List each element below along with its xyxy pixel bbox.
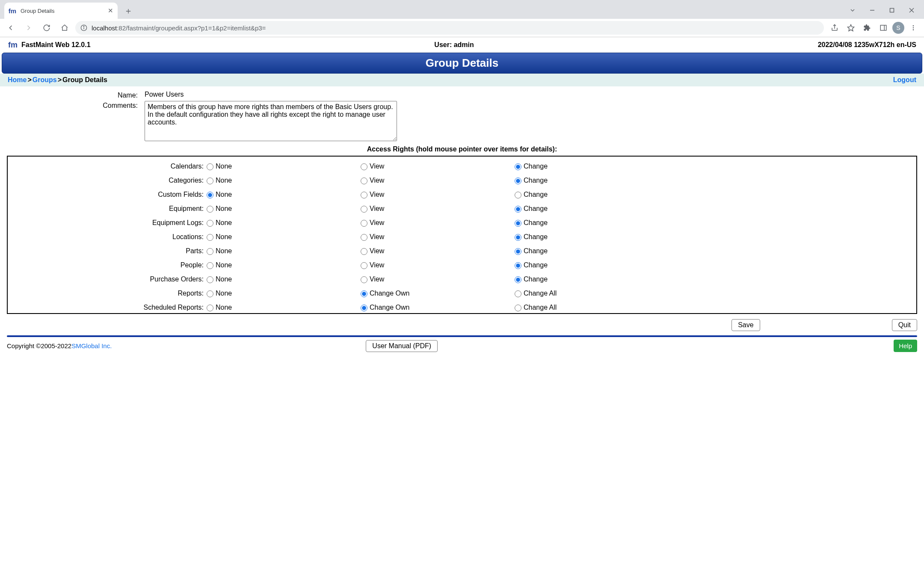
rights-option[interactable]: None: [204, 261, 358, 269]
rights-radio[interactable]: [207, 290, 213, 297]
rights-radio[interactable]: [361, 248, 367, 255]
rights-radio[interactable]: [361, 163, 367, 170]
rights-radio[interactable]: [361, 305, 367, 311]
rights-option[interactable]: Change Own: [358, 303, 512, 311]
rights-option[interactable]: Change: [512, 176, 913, 184]
tab-search-icon[interactable]: [843, 3, 862, 17]
rights-option[interactable]: View: [358, 176, 512, 184]
rights-radio[interactable]: [207, 276, 213, 283]
rights-option[interactable]: None: [204, 289, 358, 297]
rights-option[interactable]: Change: [512, 204, 913, 213]
rights-radio[interactable]: [207, 163, 213, 170]
rights-radio[interactable]: [361, 262, 367, 269]
site-info-icon[interactable]: [80, 24, 87, 31]
rights-radio[interactable]: [515, 248, 521, 255]
rights-radio[interactable]: [207, 234, 213, 241]
crumb-groups[interactable]: Groups: [33, 76, 57, 84]
rights-radio[interactable]: [361, 206, 367, 213]
quit-button[interactable]: Quit: [892, 319, 917, 331]
rights-option[interactable]: View: [358, 275, 512, 283]
rights-radio[interactable]: [515, 234, 521, 241]
rights-option[interactable]: Change All: [512, 289, 913, 297]
rights-option[interactable]: None: [204, 233, 358, 241]
new-tab-button[interactable]: ＋: [122, 4, 135, 17]
rights-option[interactable]: View: [358, 190, 512, 198]
rights-radio[interactable]: [207, 248, 213, 255]
rights-option-label: Change: [524, 163, 548, 170]
comments-input[interactable]: [145, 101, 397, 141]
form-area: Name: Power Users Comments: Access Right…: [0, 86, 924, 155]
rights-radio[interactable]: [207, 206, 213, 213]
home-button[interactable]: [57, 21, 72, 35]
rights-option[interactable]: View: [358, 219, 512, 227]
close-tab-icon[interactable]: ✕: [108, 7, 113, 15]
rights-option[interactable]: None: [204, 275, 358, 283]
sidepanel-icon[interactable]: [876, 21, 891, 35]
rights-radio[interactable]: [515, 276, 521, 283]
rights-option[interactable]: Change: [512, 233, 913, 241]
profile-avatar[interactable]: S: [892, 22, 904, 34]
rights-panel[interactable]: Calendars:NoneViewChangeCategories:NoneV…: [7, 156, 917, 314]
menu-icon[interactable]: [906, 21, 921, 35]
rights-option-label: View: [370, 205, 384, 213]
reload-button[interactable]: [39, 21, 54, 35]
rights-radio[interactable]: [361, 220, 367, 227]
rights-option[interactable]: None: [204, 162, 358, 170]
extensions-icon[interactable]: [860, 21, 874, 35]
rights-option[interactable]: View: [358, 233, 512, 241]
back-button[interactable]: [3, 21, 18, 35]
rights-radio[interactable]: [361, 178, 367, 184]
rights-option[interactable]: None: [204, 219, 358, 227]
rights-radio[interactable]: [515, 290, 521, 297]
close-window-icon[interactable]: [902, 3, 921, 17]
rights-radio[interactable]: [361, 290, 367, 297]
rights-radio[interactable]: [207, 305, 213, 311]
maximize-icon[interactable]: [882, 3, 902, 17]
crumb-home[interactable]: Home: [8, 76, 27, 84]
browser-tab[interactable]: fm Group Details ✕: [4, 3, 118, 19]
rights-option[interactable]: View: [358, 204, 512, 213]
help-button[interactable]: Help: [894, 340, 917, 352]
rights-option[interactable]: View: [358, 261, 512, 269]
rights-radio[interactable]: [515, 163, 521, 170]
rights-option[interactable]: None: [204, 176, 358, 184]
user-manual-button[interactable]: User Manual (PDF): [366, 340, 438, 352]
rights-radio[interactable]: [515, 192, 521, 198]
rights-radio[interactable]: [207, 178, 213, 184]
rights-option[interactable]: None: [204, 190, 358, 198]
rights-option[interactable]: Change: [512, 247, 913, 255]
rights-radio[interactable]: [207, 192, 213, 198]
share-icon[interactable]: [827, 21, 842, 35]
rights-option[interactable]: Change Own: [358, 289, 512, 297]
rights-option[interactable]: Change: [512, 162, 913, 170]
rights-radio[interactable]: [515, 305, 521, 311]
rights-radio[interactable]: [361, 276, 367, 283]
rights-option[interactable]: None: [204, 204, 358, 213]
rights-radio[interactable]: [207, 262, 213, 269]
forward-button[interactable]: [21, 21, 36, 35]
rights-option[interactable]: Change: [512, 219, 913, 227]
rights-option-label: Change: [524, 233, 548, 241]
rights-option[interactable]: Change: [512, 261, 913, 269]
rights-option[interactable]: None: [204, 303, 358, 311]
logout-link[interactable]: Logout: [893, 76, 916, 84]
bookmark-icon[interactable]: [844, 21, 858, 35]
rights-radio[interactable]: [515, 262, 521, 269]
rights-radio[interactable]: [515, 220, 521, 227]
rights-radio[interactable]: [361, 234, 367, 241]
rights-option[interactable]: Change: [512, 190, 913, 198]
rights-option-label: None: [216, 290, 232, 297]
rights-option[interactable]: None: [204, 247, 358, 255]
save-button[interactable]: Save: [732, 319, 760, 331]
minimize-icon[interactable]: [862, 3, 882, 17]
rights-radio[interactable]: [361, 192, 367, 198]
company-link[interactable]: SMGlobal Inc.: [71, 342, 112, 349]
rights-option[interactable]: View: [358, 162, 512, 170]
rights-radio[interactable]: [515, 178, 521, 184]
rights-radio[interactable]: [207, 220, 213, 227]
rights-option[interactable]: Change: [512, 275, 913, 283]
rights-radio[interactable]: [515, 206, 521, 213]
url-field[interactable]: localhost:82/fastmaint/groupedit.aspx?p1…: [75, 21, 824, 35]
rights-option[interactable]: View: [358, 247, 512, 255]
rights-option[interactable]: Change All: [512, 303, 913, 311]
